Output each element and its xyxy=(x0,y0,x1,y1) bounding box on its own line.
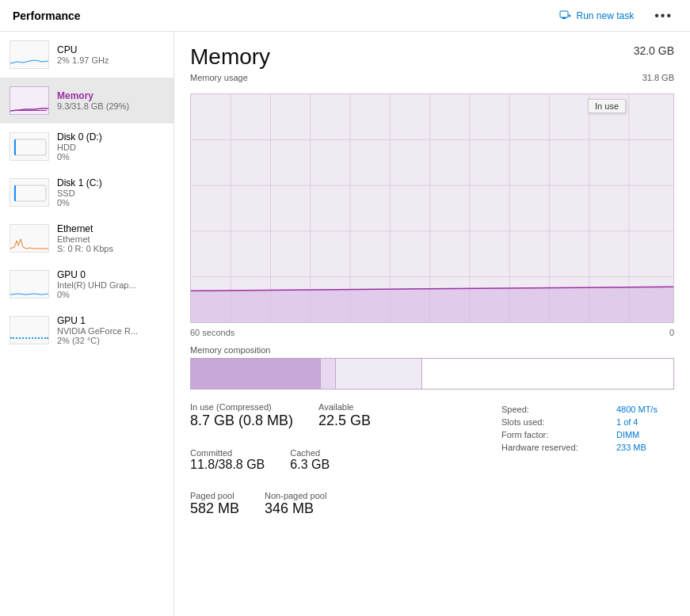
disk1-pct: 0% xyxy=(57,198,164,207)
time-left-label: 60 seconds xyxy=(190,328,234,337)
stats-section: In use (Compressed) 8.7 GB (0.8 MB) Avai… xyxy=(190,402,674,527)
hw-reserved-row: Hardware reserved: 233 MB xyxy=(501,442,673,453)
ethernet-name: Ethernet xyxy=(57,223,164,234)
cpu-sub: 2% 1.97 GHz xyxy=(57,55,164,65)
gpu0-info: GPU 0 Intel(R) UHD Grap... 0% xyxy=(57,269,164,299)
comp-free xyxy=(422,359,673,389)
gpu1-name: GPU 1 xyxy=(57,315,164,326)
disk1-name: Disk 1 (C:) xyxy=(57,177,164,188)
disk0-name: Disk 0 (D:) xyxy=(57,131,164,143)
right-stats-table: Speed: 4800 MT/s Slots used: 1 of 4 Form… xyxy=(500,402,674,454)
svg-marker-23 xyxy=(191,287,673,322)
sidebar-item-gpu1[interactable]: GPU 1 NVIDIA GeForce R... 2% (32 °C) xyxy=(0,307,173,353)
sidebar-item-memory[interactable]: Memory 9.3/31.8 GB (29%) xyxy=(0,78,173,124)
run-task-icon xyxy=(559,10,572,22)
usage-label: Memory usage xyxy=(190,73,248,82)
memory-chart: In use xyxy=(190,93,674,323)
sidebar-item-gpu0[interactable]: GPU 0 Intel(R) UHD Grap... 0% xyxy=(0,261,173,307)
total-memory: 32.0 GB xyxy=(634,44,674,57)
gpu1-info: GPU 1 NVIDIA GeForce R... 2% (32 °C) xyxy=(57,315,164,345)
svg-rect-6 xyxy=(14,185,46,201)
hw-reserved-label: Hardware reserved: xyxy=(501,442,615,453)
gpu0-pct: 0% xyxy=(57,290,164,299)
sidebar-item-disk1[interactable]: Disk 1 (C:) SSD 0% xyxy=(0,169,173,215)
disk0-thumbnail xyxy=(10,132,49,161)
ethernet-thumbnail xyxy=(10,224,49,253)
disk1-sub1: SSD xyxy=(57,188,164,198)
slots-value: 1 of 4 xyxy=(616,416,673,428)
header: Performance Run new task ••• xyxy=(0,0,690,32)
speed-value: 4800 MT/s xyxy=(616,404,673,415)
svg-rect-5 xyxy=(14,139,16,155)
chart-svg xyxy=(191,94,673,322)
committed-stat: Committed 11.8/38.8 GB xyxy=(190,448,265,472)
cpu-name: CPU xyxy=(57,44,164,55)
disk1-info: Disk 1 (C:) SSD 0% xyxy=(57,177,164,207)
non-paged-pool-stat: Non-paged pool 346 MB xyxy=(265,491,326,517)
disk1-thumbnail xyxy=(10,178,49,207)
form-value: DIMM xyxy=(616,429,673,440)
svg-rect-0 xyxy=(560,11,568,17)
memory-sub: 9.3/31.8 GB (29%) xyxy=(57,101,164,111)
ethernet-sub2: S: 0 R: 0 Kbps xyxy=(57,244,164,253)
in-use-tooltip: In use xyxy=(588,99,626,113)
memory-name: Memory xyxy=(57,90,164,101)
composition-bar xyxy=(190,358,674,390)
main-layout: CPU 2% 1.97 GHz Memory 9.3/31.8 GB (29%) xyxy=(0,32,690,616)
sidebar: CPU 2% 1.97 GHz Memory 9.3/31.8 GB (29%) xyxy=(0,32,174,616)
cpu-info: CPU 2% 1.97 GHz xyxy=(57,44,164,65)
chart-time-labels: 60 seconds 0 xyxy=(190,328,674,337)
memory-info: Memory 9.3/31.8 GB (29%) xyxy=(57,90,164,111)
gpu0-thumbnail xyxy=(10,270,49,298)
svg-rect-7 xyxy=(14,185,16,201)
ethernet-info: Ethernet Ethernet S: 0 R: 0 Kbps xyxy=(57,223,164,253)
app-title: Performance xyxy=(13,10,81,22)
gpu1-pct: 2% (32 °C) xyxy=(57,336,164,345)
sidebar-item-cpu[interactable]: CPU 2% 1.97 GHz xyxy=(0,32,173,78)
composition-label: Memory composition xyxy=(190,345,674,355)
comp-in-use xyxy=(191,359,321,389)
svg-rect-4 xyxy=(14,139,46,155)
comp-standby xyxy=(336,359,423,389)
content-header: Memory 32.0 GB xyxy=(190,44,674,70)
svg-marker-3 xyxy=(569,14,571,17)
cpu-thumbnail xyxy=(10,40,49,69)
gpu0-name: GPU 0 xyxy=(57,269,164,280)
disk0-info: Disk 0 (D:) HDD 0% xyxy=(57,131,164,162)
more-options-button[interactable]: ••• xyxy=(650,6,677,26)
memory-thumbnail xyxy=(10,86,49,115)
run-new-task-button[interactable]: Run new task xyxy=(553,6,640,25)
time-right-label: 0 xyxy=(669,328,674,337)
header-actions: Run new task ••• xyxy=(553,6,677,26)
cached-stat: Cached 6.3 GB xyxy=(290,448,330,472)
form-row: Form factor: DIMM xyxy=(501,429,673,440)
stats-left: In use (Compressed) 8.7 GB (0.8 MB) Avai… xyxy=(190,402,500,527)
disk0-sub1: HDD xyxy=(57,143,164,152)
hw-reserved-value: 233 MB xyxy=(616,442,673,453)
form-label: Form factor: xyxy=(501,429,615,440)
gpu1-thumbnail xyxy=(10,316,49,344)
stats-right: Speed: 4800 MT/s Slots used: 1 of 4 Form… xyxy=(500,402,674,527)
speed-row: Speed: 4800 MT/s xyxy=(501,404,673,415)
sidebar-item-ethernet[interactable]: Ethernet Ethernet S: 0 R: 0 Kbps xyxy=(0,215,173,261)
comp-modified xyxy=(321,359,335,389)
usage-right: 31.8 GB xyxy=(642,73,674,89)
in-use-stat: In use (Compressed) 8.7 GB (0.8 MB) xyxy=(190,402,293,429)
disk0-pct: 0% xyxy=(57,152,164,162)
svg-rect-1 xyxy=(562,17,566,18)
slots-row: Slots used: 1 of 4 xyxy=(501,416,673,428)
svg-rect-2 xyxy=(562,18,566,19)
content-area: Memory 32.0 GB Memory usage 31.8 GB xyxy=(174,32,690,616)
available-stat: Available 22.5 GB xyxy=(318,402,371,429)
sidebar-item-disk0[interactable]: Disk 0 (D:) HDD 0% xyxy=(0,124,173,169)
speed-label: Speed: xyxy=(501,404,615,415)
gpu0-sub1: Intel(R) UHD Grap... xyxy=(57,280,164,290)
paged-pool-stat: Paged pool 582 MB xyxy=(190,491,239,517)
page-title: Memory xyxy=(190,44,270,70)
ethernet-sub1: Ethernet xyxy=(57,234,164,244)
gpu1-sub1: NVIDIA GeForce R... xyxy=(57,326,164,336)
slots-label: Slots used: xyxy=(501,416,615,428)
